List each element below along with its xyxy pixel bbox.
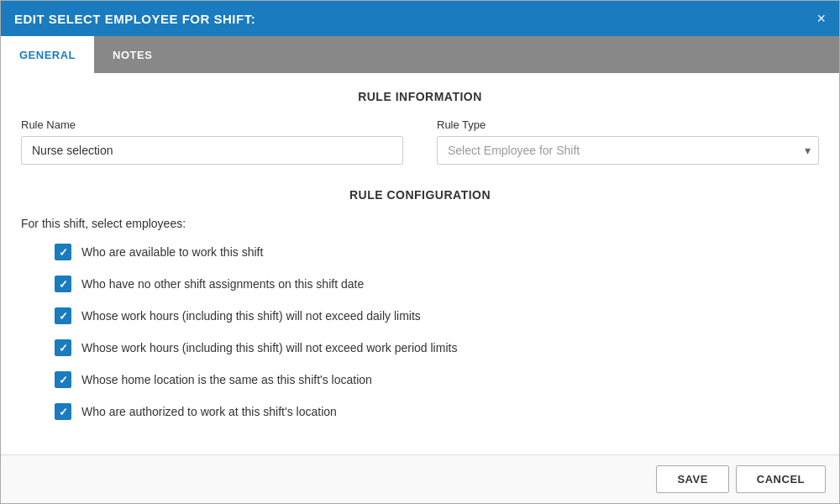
rule-type-label: Rule Type	[437, 118, 819, 131]
rule-type-select-wrapper: Select Employee for Shift ▾	[437, 136, 819, 165]
rule-name-group: Rule Name	[21, 118, 403, 165]
checkbox-item-6: Who are authorized to work at this shift…	[55, 403, 819, 420]
tab-general-label: GENERAL	[19, 49, 76, 61]
checkbox-label-1: Who are available to work this shift	[81, 245, 263, 259]
checkbox-list: Who are available to work this shift Who…	[21, 244, 819, 420]
checkbox-6[interactable]	[55, 403, 71, 420]
checkbox-4[interactable]	[55, 339, 71, 356]
modal-header: EDIT SELECT EMPLOYEE FOR SHIFT: ×	[1, 1, 839, 36]
checkbox-3[interactable]	[55, 307, 71, 324]
rule-name-input[interactable]	[21, 136, 403, 165]
checkbox-label-3: Whose work hours (including this shift) …	[81, 309, 421, 323]
rule-name-label: Rule Name	[21, 118, 403, 131]
checkbox-1[interactable]	[55, 244, 71, 260]
tab-general[interactable]: GENERAL	[1, 36, 94, 73]
checkbox-label-2: Who have no other shift assignments on t…	[81, 277, 364, 291]
checkbox-2[interactable]	[55, 276, 71, 292]
rule-configuration-title: RULE CONFIGURATION	[21, 188, 819, 202]
checkbox-item-1: Who are available to work this shift	[55, 244, 819, 260]
cancel-button[interactable]: CANCEL	[736, 465, 826, 493]
checkbox-label-5: Whose home location is the same as this …	[81, 373, 372, 386]
tab-notes[interactable]: NOTES	[94, 36, 171, 73]
modal-footer: SAVE CANCEL	[1, 454, 839, 503]
checkbox-label-6: Who are authorized to work at this shift…	[81, 405, 337, 418]
modal-container: EDIT SELECT EMPLOYEE FOR SHIFT: × GENERA…	[0, 0, 840, 504]
tabs-bar: GENERAL NOTES	[1, 36, 839, 73]
rule-info-row: Rule Name Rule Type Select Employee for …	[21, 118, 819, 165]
tab-notes-label: NOTES	[113, 49, 152, 61]
checkbox-5[interactable]	[55, 371, 71, 388]
checkbox-label-4: Whose work hours (including this shift) …	[81, 341, 457, 354]
config-intro-text: For this shift, select employees:	[21, 217, 819, 230]
close-button[interactable]: ×	[816, 11, 826, 26]
rule-type-group: Rule Type Select Employee for Shift ▾	[437, 118, 819, 165]
rule-type-select[interactable]: Select Employee for Shift	[437, 136, 819, 165]
checkbox-item-2: Who have no other shift assignments on t…	[55, 276, 819, 292]
modal-title: EDIT SELECT EMPLOYEE FOR SHIFT:	[14, 12, 255, 26]
checkbox-item-5: Whose home location is the same as this …	[55, 371, 819, 388]
checkbox-item-4: Whose work hours (including this shift) …	[55, 339, 819, 356]
save-button[interactable]: SAVE	[656, 465, 728, 493]
checkbox-item-3: Whose work hours (including this shift) …	[55, 307, 819, 324]
modal-body: RULE INFORMATION Rule Name Rule Type Sel…	[1, 73, 839, 454]
rule-information-title: RULE INFORMATION	[21, 90, 819, 103]
